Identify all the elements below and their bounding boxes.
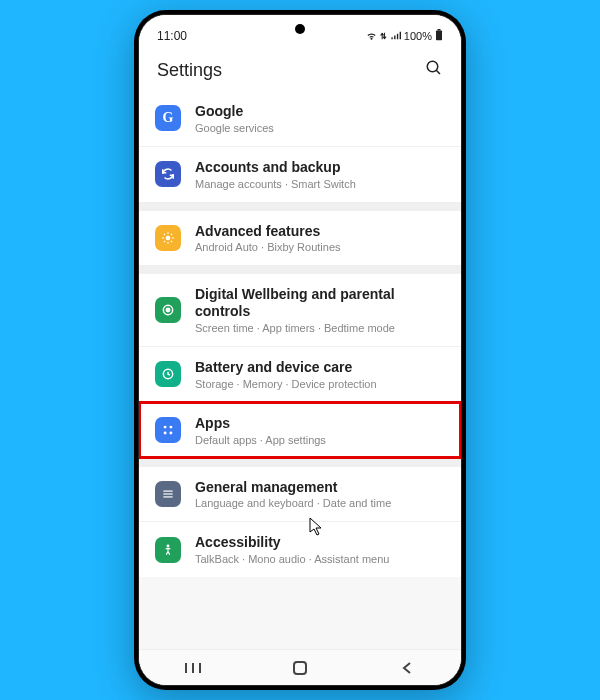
search-icon[interactable]	[425, 59, 443, 81]
item-subtitle: Manage accounts · Smart Switch	[195, 178, 445, 190]
item-subtitle: Screen time · App timers · Bedtime mode	[195, 322, 445, 334]
page-title: Settings	[157, 60, 222, 81]
settings-item-apps[interactable]: Apps Default apps · App settings	[139, 402, 461, 458]
settings-item-general[interactable]: General management Language and keyboard…	[139, 466, 461, 522]
phone-screen: 11:00 ⇅ 100% Settings	[138, 14, 462, 686]
svg-rect-2	[438, 29, 441, 31]
item-subtitle: Storage · Memory · Device protection	[195, 378, 445, 390]
status-icons: ⇅ 100%	[366, 29, 443, 43]
sync-icon	[155, 161, 181, 187]
item-title: Advanced features	[195, 223, 445, 240]
settings-item-accessibility[interactable]: Accessibility TalkBack · Mono audio · As…	[139, 521, 461, 577]
item-title: Digital Wellbeing and parental controls	[195, 286, 445, 320]
item-title: Accessibility	[195, 534, 445, 551]
settings-item-wellbeing[interactable]: Digital Wellbeing and parental controls …	[139, 273, 461, 346]
status-time: 11:00	[157, 29, 187, 43]
signal-icon	[390, 30, 401, 43]
battery-care-icon	[155, 361, 181, 387]
svg-rect-14	[163, 493, 172, 494]
svg-point-0	[371, 38, 372, 39]
item-title: General management	[195, 479, 445, 496]
android-nav-bar	[139, 649, 461, 685]
settings-header: Settings	[139, 45, 461, 91]
svg-rect-1	[436, 31, 442, 41]
apps-icon	[155, 417, 181, 443]
svg-point-3	[427, 61, 438, 72]
accessibility-icon	[155, 537, 181, 563]
svg-point-10	[169, 426, 172, 429]
advanced-icon	[155, 225, 181, 251]
settings-item-google[interactable]: G Google Google services	[139, 91, 461, 146]
settings-list-scroll[interactable]: G Google Google services Accounts and ba…	[139, 91, 461, 647]
settings-item-advanced[interactable]: Advanced features Android Auto · Bixby R…	[139, 210, 461, 266]
item-title: Apps	[195, 415, 445, 432]
nav-back[interactable]	[387, 661, 427, 675]
settings-item-battery[interactable]: Battery and device care Storage · Memory…	[139, 346, 461, 402]
volte-icon: ⇅	[380, 32, 387, 41]
battery-icon	[435, 29, 443, 43]
section-divider	[139, 265, 461, 273]
camera-cutout	[295, 24, 305, 34]
svg-point-11	[164, 432, 167, 435]
svg-point-7	[166, 308, 170, 312]
nav-recents[interactable]	[173, 661, 213, 675]
general-icon	[155, 481, 181, 507]
svg-point-16	[167, 544, 170, 547]
phone-frame: 11:00 ⇅ 100% Settings	[134, 10, 466, 690]
svg-rect-13	[163, 490, 172, 491]
svg-point-5	[166, 236, 171, 241]
item-title: Battery and device care	[195, 359, 445, 376]
wellbeing-icon	[155, 297, 181, 323]
section-divider	[139, 458, 461, 466]
section-divider	[139, 202, 461, 210]
item-title: Accounts and backup	[195, 159, 445, 176]
nav-home[interactable]	[280, 660, 320, 676]
svg-line-4	[436, 70, 440, 74]
settings-item-accounts[interactable]: Accounts and backup Manage accounts · Sm…	[139, 146, 461, 202]
wifi-icon	[366, 30, 377, 43]
svg-point-9	[164, 426, 167, 429]
item-subtitle: Default apps · App settings	[195, 434, 445, 446]
item-subtitle: TalkBack · Mono audio · Assistant menu	[195, 553, 445, 565]
svg-rect-15	[163, 496, 172, 497]
item-subtitle: Android Auto · Bixby Routines	[195, 241, 445, 253]
battery-text: 100%	[404, 30, 432, 42]
google-icon: G	[155, 105, 181, 131]
item-subtitle: Language and keyboard · Date and time	[195, 497, 445, 509]
item-subtitle: Google services	[195, 122, 445, 134]
item-title: Google	[195, 103, 445, 120]
svg-rect-20	[294, 662, 306, 674]
svg-point-12	[169, 432, 172, 435]
